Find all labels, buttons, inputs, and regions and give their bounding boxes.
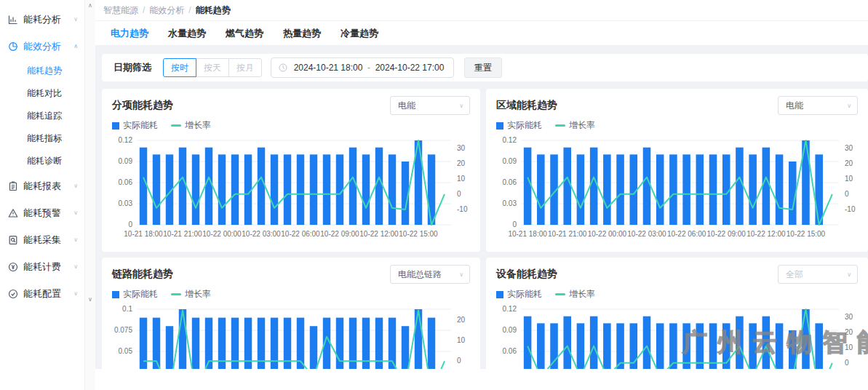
legend-actual-energy[interactable]: 实际能耗: [112, 119, 158, 132]
bar-line-chart[interactable]: 0.10.0750.050.025020100-1010-21 18:0010-…: [112, 305, 470, 369]
date-start-value[interactable]: 2024-10-21 18:00: [292, 63, 365, 73]
sidebar-subitem-energy-trend[interactable]: 能耗趋势: [0, 60, 84, 82]
sidebar-item-label: 能耗报表: [23, 180, 61, 193]
sidebar-subitem-energy-indicator[interactable]: 能耗指标: [0, 127, 84, 150]
bar-line-chart[interactable]: 0.120.090.060.0303020100-1010-21 18:0010…: [496, 305, 858, 369]
svg-text:20: 20: [457, 316, 466, 324]
select-value: 电能: [398, 100, 415, 112]
svg-text:0.12: 0.12: [503, 305, 517, 313]
date-range-picker[interactable]: 2024-10-21 18:00 - 2024-10-22 17:00: [271, 57, 454, 78]
sidebar: 能耗分析 ∨ 能效分析 ∧ 能耗趋势 能耗对比 能耗追踪 能耗指标 能耗诊断 能…: [0, 0, 95, 390]
bar-line-chart[interactable]: 0.120.090.060.0303020100-1010-21 18:0010…: [112, 136, 470, 242]
breadcrumb-item[interactable]: 能效分析: [149, 4, 184, 17]
svg-text:0.1: 0.1: [122, 305, 132, 313]
bars-series: [140, 140, 435, 225]
link-select[interactable]: 电能总链路 ∨: [390, 265, 470, 284]
billing-icon: [7, 261, 19, 273]
legend-growth-rate[interactable]: 增长率: [555, 288, 595, 301]
select-value: 电能总链路: [398, 268, 442, 281]
tab-electric-trend[interactable]: 电力趋势: [111, 27, 148, 40]
energy-type-select[interactable]: 电能 ∨: [390, 96, 470, 115]
granularity-day-button[interactable]: 按天: [196, 58, 229, 77]
scroll-down-icon[interactable]: ∨: [85, 296, 95, 303]
chart-canvas: 0.120.090.060.0303020100-1010-21 18:0010…: [496, 136, 858, 242]
bar-chart-icon: [7, 14, 19, 25]
energy-type-select[interactable]: 电能 ∨: [778, 96, 858, 115]
sidebar-subitem-energy-compare[interactable]: 能耗对比: [0, 82, 84, 105]
sidebar-scrollbar[interactable]: ∧ ∨: [84, 0, 95, 390]
svg-text:0: 0: [845, 190, 849, 198]
app-root: 能耗分析 ∨ 能效分析 ∧ 能耗趋势 能耗对比 能耗追踪 能耗指标 能耗诊断 能…: [0, 0, 868, 390]
svg-text:20: 20: [845, 328, 853, 336]
chevron-down-icon: ∨: [73, 210, 78, 216]
svg-text:20: 20: [845, 159, 853, 167]
panel-device-energy-trend: 设备能耗趋势 全部 ∨ 实际能耗 增长率: [486, 258, 868, 369]
sidebar-subitem-energy-trace[interactable]: 能耗追踪: [0, 105, 84, 127]
legend-actual-energy[interactable]: 实际能耗: [496, 119, 542, 132]
sidebar-item-label: 能耗配置: [23, 287, 61, 301]
bars-series: [524, 140, 823, 225]
svg-text:10: 10: [845, 343, 853, 351]
svg-text:10-22 03:00: 10-22 03:00: [242, 230, 281, 238]
scroll-up-icon[interactable]: ∧: [85, 2, 95, 9]
sidebar-item-efficiency-analysis[interactable]: 能效分析 ∧: [0, 33, 84, 60]
line-swatch-icon: [555, 124, 565, 127]
svg-text:10-22 09:00: 10-22 09:00: [707, 230, 746, 238]
device-select[interactable]: 全部 ∨: [778, 265, 858, 284]
legend-growth-rate[interactable]: 增长率: [171, 119, 211, 132]
date-filter-label: 日期筛选: [114, 61, 151, 74]
svg-text:0.025: 0.025: [114, 368, 132, 369]
sidebar-item-energy-collect[interactable]: 能耗采集 ∨: [0, 226, 84, 253]
content-area: 日期筛选 按时 按天 按月 2024-10-21 18:00 - 2024-10…: [95, 45, 868, 369]
chevron-down-icon: ∨: [73, 263, 78, 270]
bar-line-chart[interactable]: 0.120.090.060.0303020100-1010-21 18:0010…: [496, 136, 858, 242]
sidebar-subitem-energy-diagnosis[interactable]: 能耗诊断: [0, 150, 84, 172]
clock-icon: [279, 63, 287, 72]
svg-text:10: 10: [845, 175, 853, 183]
sidebar-item-energy-analysis[interactable]: 能耗分析 ∨: [0, 6, 84, 33]
svg-text:0.05: 0.05: [119, 347, 133, 355]
granularity-hour-button[interactable]: 按时: [163, 58, 196, 77]
tab-heat-trend[interactable]: 热量趋势: [283, 27, 321, 40]
legend-actual-energy[interactable]: 实际能耗: [112, 288, 158, 301]
svg-text:10-22 12:00: 10-22 12:00: [359, 230, 399, 238]
panel-link-energy-trend: 链路能耗趋势 电能总链路 ∨ 实际能耗 增长率: [102, 258, 480, 369]
svg-text:30: 30: [845, 144, 853, 152]
legend-growth-rate[interactable]: 增长率: [171, 288, 211, 301]
svg-text:10-22 12:00: 10-22 12:00: [746, 230, 786, 238]
panel-region-energy-trend: 区域能耗趋势 电能 ∨ 实际能耗 增长率: [486, 89, 868, 252]
reset-button[interactable]: 重置: [464, 57, 502, 78]
chevron-down-icon: ∨: [73, 290, 78, 297]
sidebar-item-energy-report[interactable]: 能耗报表 ∨: [0, 172, 84, 199]
date-end-value[interactable]: 2024-10-22 17:00: [373, 63, 446, 73]
legend-growth-rate[interactable]: 增长率: [555, 119, 595, 132]
svg-text:10-22 15:00: 10-22 15:00: [787, 230, 826, 238]
breadcrumb-item-current: 能耗趋势: [196, 4, 231, 17]
chevron-down-icon: ∨: [73, 236, 78, 243]
granularity-month-button[interactable]: 按月: [228, 58, 262, 77]
breadcrumb-item[interactable]: 智慧能源: [103, 4, 138, 17]
chart-canvas: 0.120.090.060.0303020100-1010-21 18:0010…: [112, 136, 470, 242]
chart-legend: 实际能耗 增长率: [496, 288, 858, 301]
growth-line: [143, 310, 445, 369]
svg-text:0.06: 0.06: [503, 347, 517, 355]
collect-icon: [7, 234, 19, 246]
sidebar-item-energy-config[interactable]: 能耗配置 ∨: [0, 280, 84, 307]
chevron-up-icon: ∧: [73, 43, 78, 49]
pie-chart-icon: [7, 41, 19, 52]
svg-text:0: 0: [845, 359, 849, 367]
chevron-down-icon: ∨: [459, 103, 463, 109]
tab-gas-trend[interactable]: 燃气趋势: [226, 27, 263, 40]
svg-text:10-21 18:00: 10-21 18:00: [508, 230, 547, 238]
tab-cooling-trend[interactable]: 冷量趋势: [341, 27, 378, 40]
sidebar-item-energy-alarm[interactable]: 能耗预警 ∨: [0, 199, 84, 226]
line-swatch-icon: [555, 293, 565, 295]
svg-text:10-22 00:00: 10-22 00:00: [588, 230, 627, 238]
sidebar-item-energy-billing[interactable]: 能耗计费 ∨: [0, 253, 84, 280]
tab-water-trend[interactable]: 水量趋势: [168, 27, 206, 40]
granularity-group: 按时 按天 按月: [163, 58, 262, 77]
legend-actual-energy[interactable]: 实际能耗: [496, 288, 542, 301]
svg-text:0: 0: [128, 220, 132, 228]
svg-text:0.06: 0.06: [119, 178, 133, 186]
svg-text:0.09: 0.09: [503, 326, 517, 334]
